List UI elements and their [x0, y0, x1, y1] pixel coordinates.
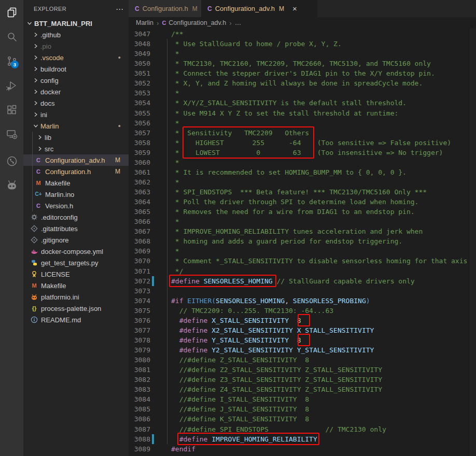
tree-folder-ini[interactable]: ini [23, 109, 129, 120]
tree-folder-config[interactable]: config [23, 75, 129, 86]
explorer-icon [6, 6, 18, 19]
c-file-icon: C [34, 202, 43, 210]
tree-item-label: config [40, 77, 129, 84]
tree-item-label: .gitignore [41, 236, 129, 244]
explorer-header: EXPLORER ⋯ [23, 0, 129, 18]
remote-explorer-icon [6, 128, 18, 140]
git-file-icon [30, 225, 38, 233]
tree-file-configuration-adv-h[interactable]: CConfiguration_adv.hM [23, 154, 129, 166]
tab-configuration-h[interactable]: CConfiguration.hM [129, 0, 201, 17]
tree-file-process-palette-json[interactable]: {}process-palette.json [23, 303, 129, 314]
tree-indent-guide [32, 132, 33, 211]
chevron-right-icon [32, 99, 39, 107]
tree-item-label: docker-compose.yml [41, 248, 129, 255]
tree-item-label: src [45, 145, 129, 153]
search-button[interactable] [0, 24, 23, 49]
c-file-icon: C [135, 5, 139, 12]
tree-item-label: get_test_targets.py [41, 259, 129, 267]
indent-guide [167, 39, 167, 444]
m-file-icon: M [34, 179, 43, 187]
git-graph-button[interactable] [0, 149, 23, 173]
tree-folder-docker[interactable]: docker [23, 86, 129, 97]
git-modified-badge: M [279, 5, 284, 12]
tree-file--gitattributes[interactable]: .gitattributes [23, 223, 129, 234]
c-file-icon: C [207, 5, 212, 12]
close-icon[interactable]: × [292, 4, 297, 13]
tree-item-label: .github [40, 31, 129, 39]
chevron-right-icon [32, 88, 39, 95]
git-modified-badge: M [115, 168, 129, 175]
git-file-icon [30, 236, 38, 244]
tree-file-docker-compose-yml[interactable]: docker-compose.yml [23, 246, 129, 257]
tree-file-configuration-h[interactable]: CConfiguration.hM [23, 166, 129, 177]
line-numbers[interactable]: 3047 3048 3049 3050 3051 3052 3053 3054 … [129, 29, 150, 456]
tree-folder-src[interactable]: src [23, 143, 129, 154]
run-debug-button[interactable] [0, 73, 23, 97]
chevron-right-icon [32, 77, 39, 84]
tree-item-label: Version.h [45, 202, 129, 210]
tree-folder-docs[interactable]: docs [23, 97, 129, 109]
tree-item-label: process-palette.json [41, 305, 129, 312]
tree-item-label: Configuration_adv.h [45, 156, 115, 164]
tree-folder-btt-marlin-pri[interactable]: BTT_MARLIN_PRI [23, 18, 129, 29]
remote-explorer-button[interactable] [0, 122, 23, 146]
modified-line-gutter-marker [152, 276, 154, 286]
breadcrumb-item[interactable]: CConfiguration_adv.h [162, 19, 226, 26]
run-debug-icon [6, 79, 18, 92]
git-modified-dot-icon: ● [118, 55, 129, 60]
tree-item-label: .pio [40, 42, 129, 50]
git-graph-icon [6, 155, 18, 167]
tree-file-get-test-targets-py[interactable]: get_test_targets.py [23, 257, 129, 268]
chevron-right-icon [32, 111, 39, 118]
tree-item-label: buildroot [40, 65, 129, 73]
source-control-badge: 3 [11, 61, 19, 68]
tree-item-label: Marlin [40, 122, 118, 130]
tree-file--editorconfig[interactable]: .editorconfig [23, 211, 129, 223]
tree-item-label: platformio.ini [41, 293, 129, 301]
tree-file-version-h[interactable]: CVersion.h [23, 200, 129, 211]
info-file-icon [30, 316, 38, 324]
tree-folder--vscode[interactable]: .vscode● [23, 52, 129, 63]
ino-file-icon: C+ [34, 191, 43, 198]
chevron-down-icon [32, 122, 39, 130]
chevron-down-icon [26, 20, 33, 27]
tree-folder-marlin[interactable]: Marlin● [23, 120, 129, 132]
breadcrumb-item[interactable]: … [235, 19, 242, 26]
tab-configuration-adv-h[interactable]: CConfiguration_adv.hM× [201, 0, 317, 17]
tree-file-makefile[interactable]: MMakefile [23, 280, 129, 291]
git-modified-badge: M [192, 5, 198, 12]
breadcrumb-separator-icon: › [229, 19, 231, 27]
tab-label: Configuration.h [143, 5, 188, 12]
tree-item-label: README.md [41, 316, 129, 324]
tree-item-label: lib [45, 134, 129, 141]
tree-item-label: docker [40, 88, 129, 96]
breadcrumb-label: Configuration_adv.h [169, 19, 226, 26]
tree-folder-buildroot[interactable]: buildroot [23, 63, 129, 75]
tree-file--gitignore[interactable]: .gitignore [23, 234, 129, 246]
vertical-scrollbar[interactable] [469, 28, 476, 456]
tree-file-platformio-ini[interactable]: platformio.ini [23, 291, 129, 303]
tree-file-makefile[interactable]: MMakefile [23, 177, 129, 189]
tree-item-label: Makefile [41, 282, 129, 290]
more-actions-icon[interactable]: ⋯ [116, 5, 123, 13]
tree-folder-lib[interactable]: lib [23, 132, 129, 143]
source-control-button[interactable]: 3 [0, 49, 23, 73]
tree-folder--github[interactable]: .github [23, 29, 129, 40]
braces-file-icon: {} [30, 305, 38, 312]
code-content[interactable]: /** * Use StallGuard to home / probe X, … [171, 29, 471, 454]
tree-file-readme-md[interactable]: README.md [23, 314, 129, 325]
py-file-icon [30, 259, 38, 267]
extensions-icon [6, 104, 18, 116]
chevron-right-icon [32, 65, 39, 73]
tree-folder--pio[interactable]: .pio [23, 40, 129, 52]
code-editor[interactable]: 3047 3048 3049 3050 3051 3052 3053 3054 … [129, 28, 476, 456]
tree-item-label: Configuration.h [45, 168, 115, 176]
platformio-button[interactable] [0, 173, 23, 197]
breadcrumb-item[interactable]: Marlin [136, 19, 153, 26]
extensions-button[interactable] [0, 97, 23, 122]
tree-item-label: LICENSE [41, 270, 129, 278]
explorer-button[interactable] [0, 0, 23, 24]
file-tree: BTT_MARLIN_PRI.github.pio.vscode●buildro… [23, 18, 129, 325]
tree-file-license[interactable]: LICENSE [23, 268, 129, 280]
tree-file-marlin-ino[interactable]: C+Marlin.ino [23, 189, 129, 200]
